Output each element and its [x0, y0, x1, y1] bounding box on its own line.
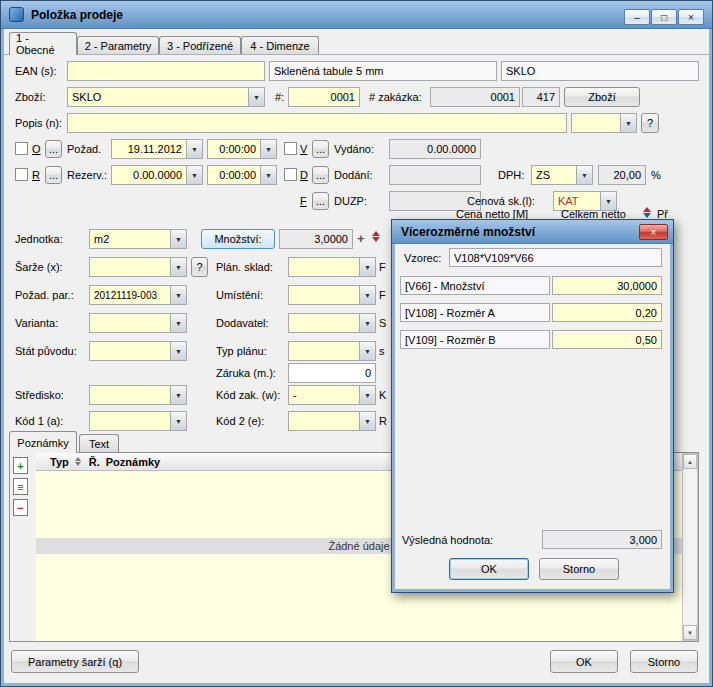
popis-combo[interactable]: ▼	[571, 113, 637, 133]
zbozi-combo[interactable]: SKLO ▼	[67, 87, 265, 107]
tab-parametry[interactable]: 2 - Parametry	[77, 36, 159, 54]
sale-item-dialog: Položka prodeje – □ × 1 - Obecné 2 - Par…	[0, 0, 713, 687]
dodani-dots-button[interactable]: ...	[312, 166, 329, 184]
dodavatel-combo[interactable]: ▼	[288, 313, 376, 333]
tab-obecne[interactable]: 1 - Obecné	[9, 32, 77, 55]
app-icon[interactable]	[9, 7, 24, 22]
parametry-sarzi-button[interactable]: Parametry šarží (q)	[11, 650, 139, 673]
dph-rate-field: 20,00	[598, 165, 646, 185]
vydano-checkbox[interactable]	[284, 142, 297, 155]
dimension-row-input[interactable]: 0,50	[552, 330, 662, 349]
delete-note-icon[interactable]: −	[13, 499, 28, 516]
price-recalc-icon[interactable]	[643, 207, 651, 218]
modal-titlebar[interactable]: Vícerozměrné množství ×	[392, 220, 673, 244]
chevron-down-icon[interactable]: ▼	[170, 412, 186, 430]
number-input[interactable]: 0001	[288, 87, 360, 107]
kod1-combo[interactable]: ▼	[89, 411, 187, 431]
dimension-row-input[interactable]: 0,20	[552, 303, 662, 322]
pozpar-combo[interactable]: 20121119-003 ▼	[89, 285, 187, 305]
modal-ok-button[interactable]: OK	[449, 558, 529, 580]
rezerv-checkbox[interactable]	[15, 168, 28, 181]
chevron-down-icon[interactable]: ▼	[186, 140, 202, 158]
chevron-down-icon[interactable]: ▼	[186, 166, 202, 184]
ok-button[interactable]: OK	[550, 650, 618, 673]
sarze-help-button[interactable]: ?	[191, 257, 208, 277]
zbozi-button[interactable]: Zboží	[564, 87, 640, 107]
mnozstvi-button[interactable]: Množství:	[201, 229, 275, 249]
pozpar-combo-value: 20121119-003	[90, 290, 170, 301]
umisteni-combo[interactable]: ▼	[288, 285, 376, 305]
tab-poznamky[interactable]: Poznámky	[9, 431, 77, 453]
column-radek[interactable]: Ř.	[89, 456, 100, 468]
dodani-checkbox[interactable]	[284, 168, 297, 181]
popis-input[interactable]	[67, 113, 567, 133]
chevron-down-icon[interactable]: ▼	[359, 342, 375, 360]
chevron-down-icon[interactable]: ▼	[170, 314, 186, 332]
pozad-label: Požad.	[67, 143, 101, 156]
plan-sklad-combo[interactable]: ▼	[288, 257, 376, 277]
tab-text[interactable]: Text	[79, 434, 119, 452]
ean-input[interactable]	[67, 61, 265, 81]
chevron-down-icon[interactable]: ▼	[620, 114, 636, 132]
chevron-down-icon[interactable]: ▼	[359, 314, 375, 332]
jednotka-combo[interactable]: m2 ▼	[89, 229, 187, 249]
modal-storno-button[interactable]: Storno	[539, 558, 619, 580]
chevron-down-icon[interactable]: ▼	[170, 230, 186, 248]
pozad-checkbox[interactable]	[15, 142, 28, 155]
zaruka-input[interactable]: 0	[288, 363, 376, 383]
chevron-down-icon[interactable]: ▼	[359, 286, 375, 304]
notes-scrollbar[interactable]: ▲ ▼	[682, 453, 698, 641]
chevron-down-icon[interactable]: ▼	[359, 386, 375, 404]
modal-close-button[interactable]: ×	[639, 224, 668, 240]
rezerv-date-combo[interactable]: 0.00.0000 ▼	[111, 165, 203, 185]
chevron-down-icon[interactable]: ▼	[576, 166, 592, 184]
storno-button[interactable]: Storno	[630, 650, 698, 673]
scroll-up-icon[interactable]: ▲	[683, 454, 697, 469]
chevron-down-icon[interactable]: ▼	[170, 286, 186, 304]
chevron-down-icon[interactable]: ▼	[170, 386, 186, 404]
popis-help-button[interactable]: ?	[641, 113, 659, 133]
zaruka-label: Záruka (m.):	[216, 367, 276, 380]
tab-dimenze[interactable]: 4 - Dimenze	[241, 36, 319, 54]
chevron-down-icon[interactable]: ▼	[359, 412, 375, 430]
chevron-down-icon[interactable]: ▼	[170, 342, 186, 360]
close-button[interactable]: ×	[678, 9, 704, 25]
quantity-spin-icon[interactable]	[372, 231, 380, 242]
stat-puvodu-combo[interactable]: ▼	[89, 341, 187, 361]
chevron-down-icon[interactable]: ▼	[359, 258, 375, 276]
plan-sklad-label: Plán. sklad:	[216, 261, 273, 274]
kod2-combo[interactable]: ▼	[288, 411, 376, 431]
pozad-date-combo[interactable]: 19.11.2012 ▼	[111, 139, 203, 159]
chevron-down-icon[interactable]: ▼	[248, 88, 264, 106]
plus-icon[interactable]: +	[357, 232, 365, 245]
sort-icon[interactable]	[75, 457, 81, 466]
dph-combo[interactable]: ZS ▼	[531, 165, 593, 185]
pozad-dots-button[interactable]: ...	[45, 140, 62, 158]
varianta-label: Varianta:	[15, 317, 58, 330]
chevron-down-icon[interactable]: ▼	[260, 140, 276, 158]
add-note-icon[interactable]: +	[13, 457, 28, 474]
varianta-combo[interactable]: ▼	[89, 313, 187, 333]
edit-note-icon[interactable]: ≡	[13, 478, 28, 495]
scroll-down-icon[interactable]: ▼	[683, 625, 697, 640]
pozad-time-combo[interactable]: 0:00:00 ▼	[207, 139, 277, 159]
duzp-dots-button[interactable]: ...	[312, 192, 329, 210]
dimension-row-input[interactable]: 30,0000	[552, 276, 662, 295]
sarze-combo[interactable]: ▼	[89, 257, 187, 277]
rezerv-dots-button[interactable]: ...	[45, 166, 62, 184]
column-typ[interactable]: Typ	[50, 456, 69, 468]
typ-planu-combo[interactable]: ▼	[288, 341, 376, 361]
vzorec-field[interactable]: V108*V109*V66	[449, 248, 662, 267]
column-poznamky[interactable]: Poznámky	[106, 456, 160, 468]
tab-podrizene[interactable]: 3 - Podřízené	[159, 36, 241, 54]
stredisko-combo[interactable]: ▼	[89, 385, 187, 405]
vydano-dots-button[interactable]: ...	[312, 140, 329, 158]
kod-zak-combo[interactable]: - ▼	[288, 385, 376, 405]
minimize-button[interactable]: –	[624, 9, 650, 25]
rezerv-time-combo[interactable]: 0:00:00 ▼	[207, 165, 277, 185]
chevron-down-icon[interactable]: ▼	[170, 258, 186, 276]
maximize-button[interactable]: □	[651, 9, 677, 25]
order-number-field: 0001	[430, 87, 520, 107]
titlebar[interactable]: Položka prodeje – □ ×	[1, 1, 712, 29]
chevron-down-icon[interactable]: ▼	[260, 166, 276, 184]
